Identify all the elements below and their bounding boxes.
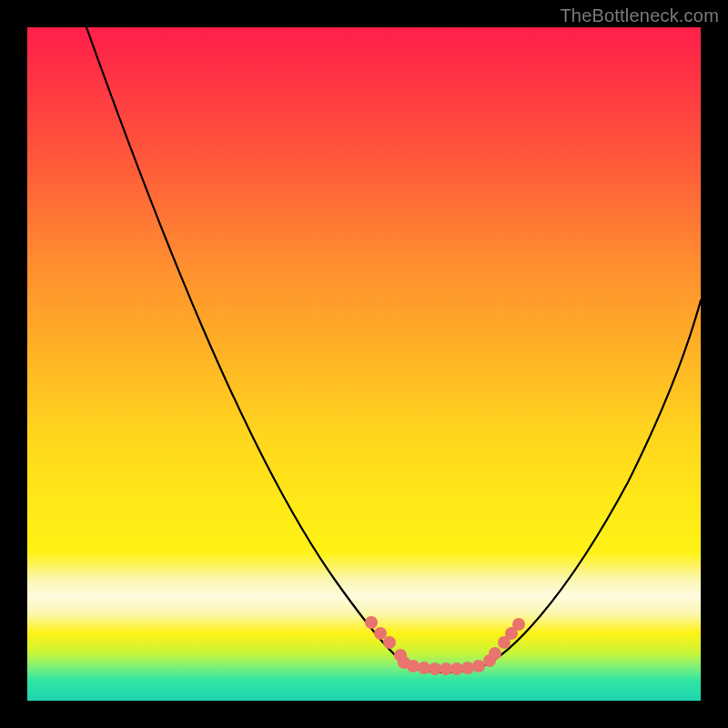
marker-dot	[461, 662, 474, 674]
marker-dot	[407, 660, 420, 672]
bottleneck-curve	[86, 27, 701, 672]
marker-dot	[450, 662, 463, 675]
marker-dot	[489, 647, 501, 660]
marker-dot	[418, 662, 430, 674]
chart-frame: TheBottleneck.com	[0, 0, 728, 728]
marker-dot	[365, 616, 378, 629]
plot-area	[27, 27, 701, 701]
curve-svg	[27, 27, 701, 701]
watermark-text: TheBottleneck.com	[560, 5, 719, 26]
marker-dot	[374, 627, 387, 640]
marker-dot	[472, 660, 485, 672]
marker-cluster	[365, 616, 525, 675]
marker-dot	[512, 618, 525, 631]
marker-dot	[429, 662, 441, 675]
marker-dot	[383, 636, 396, 649]
marker-dot	[440, 662, 452, 675]
